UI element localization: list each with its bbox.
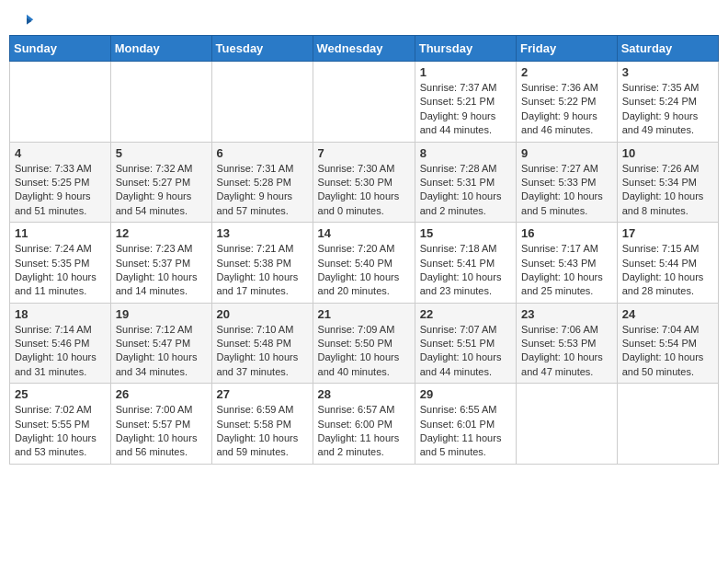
calendar-cell: 19Sunrise: 7:12 AM Sunset: 5:47 PM Dayli… xyxy=(110,303,211,384)
day-number: 29 xyxy=(420,387,511,401)
calendar-cell xyxy=(313,62,415,143)
calendar-week-row: 4Sunrise: 7:33 AM Sunset: 5:25 PM Daylig… xyxy=(10,142,719,223)
calendar-cell xyxy=(110,62,211,143)
calendar-cell: 16Sunrise: 7:17 AM Sunset: 5:43 PM Dayli… xyxy=(517,223,618,304)
logo xyxy=(17,13,35,24)
calendar-cell xyxy=(617,384,718,465)
day-detail: Sunrise: 7:20 AM Sunset: 5:40 PM Dayligh… xyxy=(318,242,410,299)
day-number: 19 xyxy=(116,307,207,321)
day-detail: Sunrise: 7:28 AM Sunset: 5:31 PM Dayligh… xyxy=(420,162,511,219)
calendar-cell xyxy=(517,384,618,465)
calendar-week-row: 1Sunrise: 7:37 AM Sunset: 5:21 PM Daylig… xyxy=(10,62,719,143)
day-detail: Sunrise: 7:07 AM Sunset: 5:51 PM Dayligh… xyxy=(420,323,511,380)
day-number: 4 xyxy=(15,146,106,160)
calendar-week-row: 18Sunrise: 7:14 AM Sunset: 5:46 PM Dayli… xyxy=(10,303,719,384)
day-detail: Sunrise: 7:27 AM Sunset: 5:33 PM Dayligh… xyxy=(521,162,612,219)
day-of-week-header: Friday xyxy=(517,36,618,62)
day-number: 16 xyxy=(521,226,612,240)
day-detail: Sunrise: 7:37 AM Sunset: 5:21 PM Dayligh… xyxy=(420,81,511,138)
calendar-cell xyxy=(211,62,313,143)
day-detail: Sunrise: 6:59 AM Sunset: 5:58 PM Dayligh… xyxy=(217,403,308,460)
day-number: 3 xyxy=(622,65,713,79)
day-number: 14 xyxy=(318,226,410,240)
day-detail: Sunrise: 7:33 AM Sunset: 5:25 PM Dayligh… xyxy=(15,162,106,219)
calendar-cell: 29Sunrise: 6:55 AM Sunset: 6:01 PM Dayli… xyxy=(415,384,516,465)
calendar-cell: 9Sunrise: 7:27 AM Sunset: 5:33 PM Daylig… xyxy=(517,142,618,223)
day-detail: Sunrise: 7:10 AM Sunset: 5:48 PM Dayligh… xyxy=(217,323,308,380)
day-detail: Sunrise: 7:14 AM Sunset: 5:46 PM Dayligh… xyxy=(15,323,106,380)
day-of-week-header: Tuesday xyxy=(211,36,313,62)
day-number: 5 xyxy=(116,146,207,160)
page-header xyxy=(9,9,719,28)
day-of-week-header: Saturday xyxy=(617,36,718,62)
day-number: 6 xyxy=(217,146,308,160)
day-detail: Sunrise: 7:31 AM Sunset: 5:28 PM Dayligh… xyxy=(217,162,308,219)
calendar-cell: 6Sunrise: 7:31 AM Sunset: 5:28 PM Daylig… xyxy=(211,142,313,223)
calendar-cell: 26Sunrise: 7:00 AM Sunset: 5:57 PM Dayli… xyxy=(110,384,211,465)
calendar-cell: 7Sunrise: 7:30 AM Sunset: 5:30 PM Daylig… xyxy=(313,142,415,223)
day-number: 10 xyxy=(622,146,713,160)
calendar-cell: 2Sunrise: 7:36 AM Sunset: 5:22 PM Daylig… xyxy=(517,62,618,143)
day-detail: Sunrise: 7:24 AM Sunset: 5:35 PM Dayligh… xyxy=(15,242,106,299)
calendar-week-row: 25Sunrise: 7:02 AM Sunset: 5:55 PM Dayli… xyxy=(10,384,719,465)
calendar-cell: 5Sunrise: 7:32 AM Sunset: 5:27 PM Daylig… xyxy=(110,142,211,223)
day-detail: Sunrise: 7:30 AM Sunset: 5:30 PM Dayligh… xyxy=(318,162,410,219)
calendar-cell: 12Sunrise: 7:23 AM Sunset: 5:37 PM Dayli… xyxy=(110,223,211,304)
day-detail: Sunrise: 7:18 AM Sunset: 5:41 PM Dayligh… xyxy=(420,242,511,299)
day-number: 22 xyxy=(420,307,511,321)
day-number: 15 xyxy=(420,226,511,240)
day-of-week-header: Monday xyxy=(110,36,211,62)
day-detail: Sunrise: 7:32 AM Sunset: 5:27 PM Dayligh… xyxy=(116,162,207,219)
day-number: 27 xyxy=(217,387,308,401)
day-number: 20 xyxy=(217,307,308,321)
day-number: 11 xyxy=(15,226,106,240)
day-detail: Sunrise: 7:09 AM Sunset: 5:50 PM Dayligh… xyxy=(318,323,410,380)
calendar-cell: 8Sunrise: 7:28 AM Sunset: 5:31 PM Daylig… xyxy=(415,142,516,223)
day-detail: Sunrise: 7:17 AM Sunset: 5:43 PM Dayligh… xyxy=(521,242,612,299)
day-number: 9 xyxy=(521,146,612,160)
day-number: 18 xyxy=(15,307,106,321)
calendar-cell: 28Sunrise: 6:57 AM Sunset: 6:00 PM Dayli… xyxy=(313,384,415,465)
calendar-cell: 24Sunrise: 7:04 AM Sunset: 5:54 PM Dayli… xyxy=(617,303,718,384)
day-detail: Sunrise: 7:21 AM Sunset: 5:38 PM Dayligh… xyxy=(217,242,308,299)
day-detail: Sunrise: 7:35 AM Sunset: 5:24 PM Dayligh… xyxy=(622,81,713,138)
day-number: 7 xyxy=(318,146,410,160)
day-detail: Sunrise: 7:02 AM Sunset: 5:55 PM Dayligh… xyxy=(15,403,106,460)
day-detail: Sunrise: 7:04 AM Sunset: 5:54 PM Dayligh… xyxy=(622,323,713,380)
calendar-cell: 14Sunrise: 7:20 AM Sunset: 5:40 PM Dayli… xyxy=(313,223,415,304)
calendar-cell: 23Sunrise: 7:06 AM Sunset: 5:53 PM Dayli… xyxy=(517,303,618,384)
day-number: 24 xyxy=(622,307,713,321)
day-detail: Sunrise: 7:15 AM Sunset: 5:44 PM Dayligh… xyxy=(622,242,713,299)
day-detail: Sunrise: 7:23 AM Sunset: 5:37 PM Dayligh… xyxy=(116,242,207,299)
day-detail: Sunrise: 7:26 AM Sunset: 5:34 PM Dayligh… xyxy=(622,162,713,219)
calendar-cell: 15Sunrise: 7:18 AM Sunset: 5:41 PM Dayli… xyxy=(415,223,516,304)
calendar-cell: 13Sunrise: 7:21 AM Sunset: 5:38 PM Dayli… xyxy=(211,223,313,304)
day-detail: Sunrise: 6:57 AM Sunset: 6:00 PM Dayligh… xyxy=(318,403,410,460)
day-of-week-header: Thursday xyxy=(415,36,516,62)
calendar-cell: 10Sunrise: 7:26 AM Sunset: 5:34 PM Dayli… xyxy=(617,142,718,223)
day-number: 26 xyxy=(116,387,207,401)
day-detail: Sunrise: 7:12 AM Sunset: 5:47 PM Dayligh… xyxy=(116,323,207,380)
calendar-table: SundayMondayTuesdayWednesdayThursdayFrid… xyxy=(9,35,719,465)
calendar-cell: 18Sunrise: 7:14 AM Sunset: 5:46 PM Dayli… xyxy=(10,303,111,384)
day-detail: Sunrise: 7:00 AM Sunset: 5:57 PM Dayligh… xyxy=(116,403,207,460)
day-of-week-header: Wednesday xyxy=(313,36,415,62)
calendar-cell: 25Sunrise: 7:02 AM Sunset: 5:55 PM Dayli… xyxy=(10,384,111,465)
day-number: 21 xyxy=(318,307,410,321)
calendar-cell: 4Sunrise: 7:33 AM Sunset: 5:25 PM Daylig… xyxy=(10,142,111,223)
day-number: 28 xyxy=(318,387,410,401)
logo-flag-icon xyxy=(18,13,35,29)
day-number: 25 xyxy=(15,387,106,401)
calendar-cell: 1Sunrise: 7:37 AM Sunset: 5:21 PM Daylig… xyxy=(415,62,516,143)
calendar-cell: 27Sunrise: 6:59 AM Sunset: 5:58 PM Dayli… xyxy=(211,384,313,465)
day-number: 17 xyxy=(622,226,713,240)
day-number: 13 xyxy=(217,226,308,240)
day-number: 8 xyxy=(420,146,511,160)
day-detail: Sunrise: 7:36 AM Sunset: 5:22 PM Dayligh… xyxy=(521,81,612,138)
day-number: 12 xyxy=(116,226,207,240)
day-number: 1 xyxy=(420,65,511,79)
calendar-cell: 22Sunrise: 7:07 AM Sunset: 5:51 PM Dayli… xyxy=(415,303,516,384)
calendar-header-row: SundayMondayTuesdayWednesdayThursdayFrid… xyxy=(10,36,719,62)
calendar-cell: 21Sunrise: 7:09 AM Sunset: 5:50 PM Dayli… xyxy=(313,303,415,384)
day-number: 2 xyxy=(521,65,612,79)
